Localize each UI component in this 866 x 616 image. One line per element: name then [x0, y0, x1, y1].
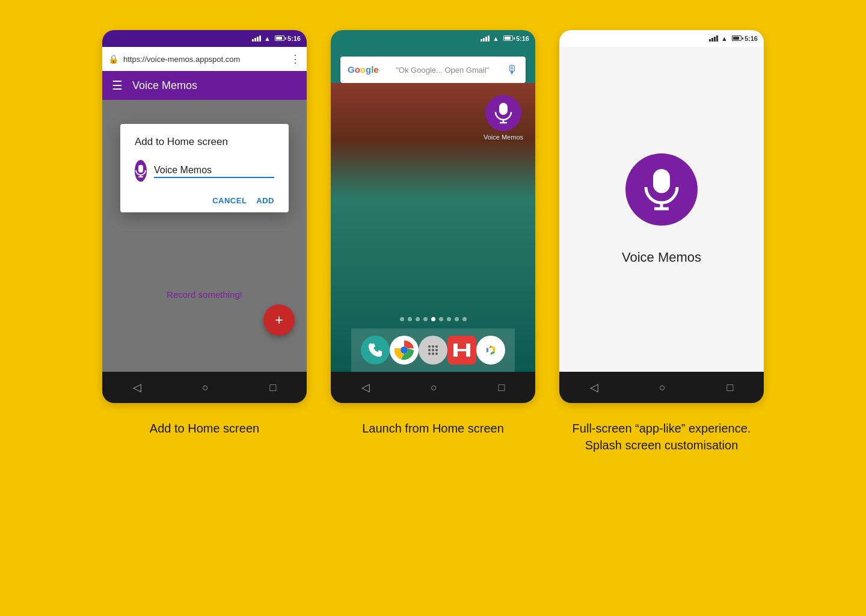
home-icon[interactable]: ○: [202, 381, 209, 394]
dock: [351, 328, 515, 372]
add-to-homescreen-dialog: Add to Home screen Voice Memos: [120, 124, 289, 212]
home-icon-label: Voice Memos: [484, 134, 523, 141]
signal-icon: [252, 34, 261, 43]
home-icon2[interactable]: ○: [431, 381, 437, 394]
svg-point-9: [428, 345, 431, 348]
lock-icon: 🔒: [108, 54, 118, 64]
svg-point-11: [435, 345, 438, 348]
svg-rect-3: [499, 103, 508, 115]
voice-memos-home-icon[interactable]: Voice Memos: [484, 95, 523, 141]
wifi-icon: ▲: [264, 35, 271, 42]
back-icon3[interactable]: ◁: [590, 381, 598, 394]
svg-point-17: [435, 353, 438, 355]
phone1-container: ▲ 5:16 🔒 https://voice-memos.appspot.com…: [102, 30, 307, 403]
phone2-container: ▲ 5:16 Google "Ok Google... Open: [331, 30, 535, 403]
google-search-bar[interactable]: Google "Ok Google... Open Gmail" 🎙: [340, 57, 526, 83]
phone1-status-bar: ▲ 5:16: [102, 30, 307, 47]
time-label3: 5:16: [745, 35, 758, 42]
app-name-input[interactable]: Voice Memos: [154, 164, 274, 178]
svg-rect-24: [653, 169, 670, 193]
svg-rect-0: [138, 165, 143, 173]
recents-icon3[interactable]: □: [726, 381, 733, 394]
dot-3: [416, 317, 420, 321]
home-mic-button[interactable]: [485, 95, 521, 131]
phone1: ▲ 5:16 🔒 https://voice-memos.appspot.com…: [102, 30, 307, 403]
svg-rect-21: [453, 349, 470, 351]
recents-icon2[interactable]: □: [498, 381, 505, 394]
page-dots: [400, 317, 467, 321]
dot-8: [455, 317, 459, 321]
record-text: Record something!: [167, 289, 242, 300]
svg-point-15: [428, 353, 431, 355]
svg-point-16: [432, 353, 434, 355]
google-logo: Google: [348, 64, 379, 75]
signal-icon3: [709, 34, 718, 43]
phone1-content: Add to Home screen Voice Memos: [102, 100, 307, 372]
dot-4: [423, 317, 428, 321]
phone3-splash: Voice Memos: [559, 47, 764, 372]
phone3: ▲ 5:16 Voice Memos: [559, 30, 764, 403]
mic-icon-small: [135, 160, 147, 182]
time-label: 5:16: [287, 35, 301, 42]
dialog-input-row: Voice Memos: [135, 160, 274, 182]
phone3-nav-bar: ◁ ○ □: [559, 372, 764, 403]
dot-5: [431, 317, 435, 321]
svg-point-13: [432, 349, 434, 351]
phone-dock-icon[interactable]: [361, 336, 390, 365]
add-button[interactable]: ADD: [256, 196, 274, 205]
dot-9: [462, 317, 467, 321]
battery-icon3: [731, 35, 742, 42]
caption2: Launch from Home screen: [331, 420, 535, 454]
battery-icon: [274, 35, 284, 42]
fab-plus-icon: +: [275, 312, 283, 328]
back-icon2[interactable]: ◁: [361, 381, 370, 394]
fab-button[interactable]: +: [263, 304, 295, 336]
wallpaper: Voice Memos: [331, 83, 535, 372]
phone2-status-icons: ▲ 5:16: [481, 34, 529, 43]
dot-1: [400, 317, 404, 321]
time-label2: 5:16: [516, 35, 529, 42]
wifi-icon2: ▲: [493, 35, 499, 42]
caption3: Full-screen “app-like” experience.Splash…: [559, 420, 764, 454]
apps-dock-icon[interactable]: [419, 336, 447, 365]
phone2-body: Google "Ok Google... Open Gmail" 🎙: [331, 30, 535, 372]
phone1-nav-bar: ◁ ○ □: [102, 372, 307, 403]
signal-icon2: [481, 34, 490, 43]
phone3-container: ▲ 5:16 Voice Memos: [559, 30, 764, 403]
svg-point-23: [488, 348, 493, 353]
svg-point-10: [432, 345, 434, 348]
recents-icon[interactable]: □: [269, 381, 276, 394]
google-hint: "Ok Google... Open Gmail": [385, 66, 500, 75]
caption1: Add to Home screen: [102, 420, 307, 454]
phone3-status-icons: ▲ 5:16: [709, 34, 758, 43]
dialog-buttons: CANCEL ADD: [135, 191, 274, 205]
phone2: ▲ 5:16 Google "Ok Google... Open: [331, 30, 535, 403]
battery-icon2: [502, 35, 513, 42]
back-icon[interactable]: ◁: [133, 381, 141, 394]
phones-row: ▲ 5:16 🔒 https://voice-memos.appspot.com…: [102, 30, 764, 403]
dot-2: [408, 317, 412, 321]
video-dock-icon[interactable]: [447, 336, 476, 365]
svg-point-12: [428, 349, 431, 351]
home-icon3[interactable]: ○: [659, 381, 666, 394]
google-voice-icon[interactable]: 🎙: [506, 63, 518, 77]
wifi-icon3: ▲: [721, 35, 728, 42]
phone3-status-bar: ▲ 5:16: [559, 30, 764, 47]
splash-mic-icon: [625, 153, 698, 226]
cancel-button[interactable]: CANCEL: [212, 196, 247, 205]
chrome-dock-icon[interactable]: [390, 336, 419, 365]
phone1-address-bar: 🔒 https://voice-memos.appspot.com ⋮: [102, 47, 307, 71]
svg-point-14: [435, 349, 438, 351]
url-text: https://voice-memos.appspot.com: [123, 55, 285, 64]
captions-row: Add to Home screen Launch from Home scre…: [0, 420, 866, 454]
photos-dock-icon[interactable]: [476, 336, 505, 365]
dot-7: [447, 317, 451, 321]
dot-6: [439, 317, 443, 321]
phone2-status-bar: ▲ 5:16: [331, 30, 535, 47]
menu-icon: ☰: [112, 78, 123, 93]
phone2-nav-bar: ◁ ○ □: [331, 372, 535, 403]
toolbar-title: Voice Memos: [132, 79, 197, 92]
splash-title: Voice Memos: [622, 250, 701, 265]
phone1-status-icons: ▲ 5:16: [252, 34, 301, 43]
svg-point-8: [401, 347, 407, 353]
